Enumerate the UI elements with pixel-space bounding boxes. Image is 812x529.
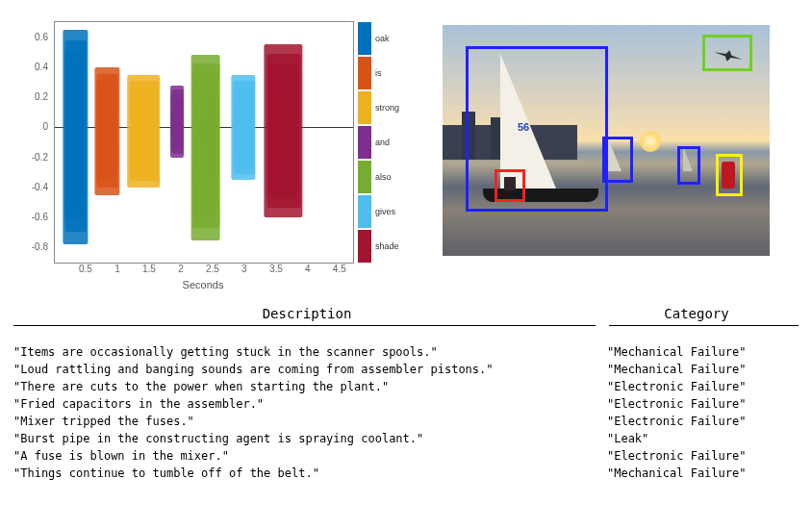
table-row: "Mixer tripped the fuses.""Electronic Fa… [13, 413, 799, 430]
xtick-label: 3.5 [269, 264, 283, 274]
legend-label: shade [375, 241, 399, 251]
ytick-label: -0.2 [19, 151, 48, 162]
plot-area [54, 21, 354, 264]
cell-description: "Items are occasionally getting stuck in… [13, 343, 607, 361]
cell-description: "Things continue to tumble off of the be… [13, 465, 607, 482]
cell-category: "Mechanical Failure" [607, 361, 799, 378]
legend-swatch [358, 57, 371, 89]
classification-table: Description Category "Items are occasion… [13, 306, 799, 482]
bbox-sailboat-far [677, 146, 700, 185]
header-category: Category [600, 306, 793, 325]
legend-entry-and: and [358, 125, 416, 160]
legend-label: also [375, 172, 392, 182]
ytick-label: -0.8 [19, 241, 48, 252]
legend-swatch [358, 230, 371, 263]
table-row: "Things continue to tumble off of the be… [13, 465, 799, 482]
table-row: "Burst pipe in the constructing agent is… [13, 430, 799, 447]
xtick-label: 4.5 [333, 264, 346, 274]
table-row: "Fried capacitors in the assembler.""Ele… [13, 395, 799, 413]
bbox-sailboat-small [602, 137, 633, 183]
xtick-label: 4 [305, 264, 311, 274]
cell-description: "A fuse is blown in the mixer." [13, 447, 607, 465]
bbox-airplane [702, 35, 752, 71]
cell-description: "Loud rattling and banging sounds are co… [13, 361, 607, 378]
table-row: "A fuse is blown in the mixer.""Electron… [13, 447, 799, 465]
legend-entry-oak: oak [358, 21, 416, 56]
legend-swatch [358, 195, 371, 228]
detection-image: 56 [443, 25, 770, 256]
legend-swatch [358, 161, 371, 193]
cell-category: "Mechanical Failure" [607, 465, 799, 482]
legend-swatch [358, 126, 371, 159]
bbox-person [495, 169, 525, 202]
legend-swatch [358, 22, 371, 55]
legend-entry-strong: strong [358, 90, 416, 125]
cell-description: "Burst pipe in the constructing agent is… [13, 430, 607, 447]
xtick-label: 0.5 [79, 264, 92, 274]
legend-label: oak [375, 34, 390, 43]
bbox-sailboat-main [466, 46, 608, 212]
table-row: "There are cuts to the power when starti… [13, 378, 799, 395]
waveform-chart: -0.8-0.6-0.4-0.200.20.40.6 0.511.522.533… [19, 17, 404, 296]
xtick-label: 2 [178, 264, 184, 274]
ytick-label: 0.6 [19, 31, 48, 41]
legend-label: is [375, 68, 382, 78]
x-axis-label: Seconds [54, 279, 352, 290]
legend-swatch [358, 91, 371, 124]
cell-description: "Fried capacitors in the assembler." [13, 395, 607, 413]
legend-label: strong [375, 103, 399, 113]
ytick-label: 0.2 [19, 91, 48, 102]
legend-entry-shade: shade [358, 229, 416, 264]
sun [640, 131, 661, 152]
xtick-label: 2.5 [206, 264, 219, 274]
legend-label: gives [375, 207, 395, 216]
cell-category: "Electronic Failure" [607, 378, 799, 395]
legend-entry-is: is [358, 56, 416, 90]
ytick-label: 0.4 [19, 61, 48, 71]
cell-category: "Leak" [607, 430, 799, 447]
cell-description: "There are cuts to the power when starti… [13, 378, 607, 395]
legend-entry-gives: gives [358, 194, 416, 229]
xtick-label: 3 [241, 264, 247, 274]
header-description: Description [13, 306, 600, 325]
table-row: "Items are occasionally getting stuck in… [13, 343, 799, 361]
cell-category: "Electronic Failure" [607, 447, 799, 465]
xtick-label: 1.5 [142, 264, 156, 274]
cell-category: "Electronic Failure" [607, 395, 799, 413]
legend-entry-also: also [358, 160, 416, 194]
ytick-label: 0 [19, 121, 48, 132]
chart-legend: oakisstrongandalsogivesshade [358, 21, 416, 264]
ytick-label: -0.6 [19, 212, 48, 222]
ytick-label: -0.4 [19, 181, 48, 191]
bbox-buoy [716, 154, 743, 196]
table-row: "Loud rattling and banging sounds are co… [13, 361, 799, 378]
cell-description: "Mixer tripped the fuses." [13, 413, 607, 430]
legend-label: and [375, 138, 390, 147]
xtick-label: 1 [114, 264, 120, 274]
cell-category: "Mechanical Failure" [607, 343, 799, 361]
cell-category: "Electronic Failure" [607, 413, 799, 430]
